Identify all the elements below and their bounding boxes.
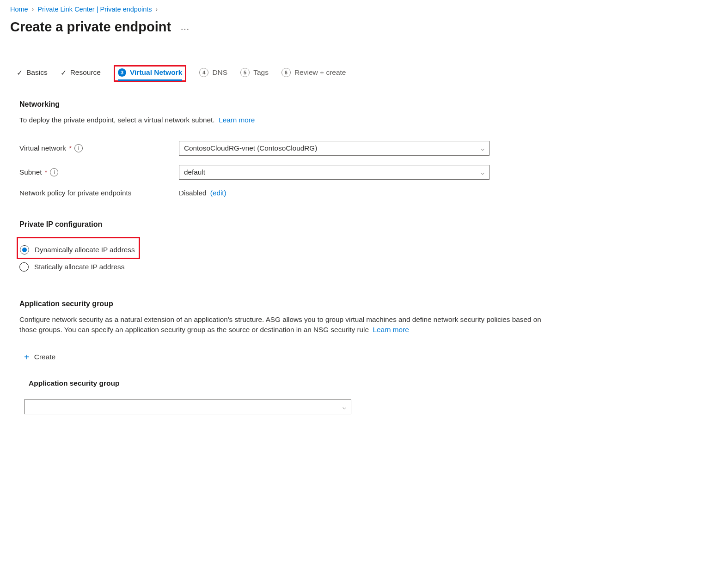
tab-dns[interactable]: 4 DNS	[199, 68, 227, 81]
asg-description: Configure network security as a natural …	[19, 315, 546, 335]
tab-label: Basics	[26, 68, 48, 77]
tab-label: Resource	[70, 68, 101, 77]
network-policy-edit-link[interactable]: (edit)	[210, 189, 226, 197]
check-icon: ✓	[17, 68, 23, 77]
networking-learn-more-link[interactable]: Learn more	[219, 116, 255, 124]
asg-column-header: Application security group	[29, 379, 546, 387]
create-asg-label: Create	[34, 353, 56, 361]
info-icon[interactable]: i	[74, 144, 83, 152]
step-number-badge: 4	[199, 68, 208, 77]
step-number-badge: 6	[281, 68, 291, 77]
networking-description: To deploy the private endpoint, select a…	[19, 115, 546, 125]
tab-review-create[interactable]: 6 Review + create	[281, 68, 346, 81]
check-icon: ✓	[61, 68, 67, 77]
tab-basics[interactable]: ✓ Basics	[17, 68, 48, 81]
virtual-network-label: Virtual network	[19, 144, 66, 152]
asg-learn-more-link[interactable]: Learn more	[373, 326, 409, 333]
plus-icon: +	[24, 352, 30, 363]
chevron-down-icon: ⌵	[343, 403, 346, 411]
tab-resource[interactable]: ✓ Resource	[61, 68, 101, 81]
required-indicator: *	[44, 168, 47, 176]
highlight-annotation: 3 Virtual Network	[114, 65, 186, 82]
page-title: Create a private endpoint	[10, 19, 171, 35]
highlight-annotation: Dynamically allocate IP address	[17, 237, 140, 259]
chevron-down-icon: ⌵	[481, 169, 484, 176]
more-actions-icon[interactable]: …	[180, 22, 190, 32]
dynamic-ip-radio[interactable]: Dynamically allocate IP address	[20, 244, 135, 256]
step-number-badge: 3	[118, 68, 126, 77]
static-ip-radio[interactable]: Statically allocate IP address	[19, 261, 546, 273]
breadcrumb-home[interactable]: Home	[10, 6, 28, 13]
tab-tags[interactable]: 5 Tags	[240, 68, 269, 81]
radio-icon	[20, 245, 29, 254]
tab-virtual-network[interactable]: 3 Virtual Network	[118, 68, 182, 80]
section-private-ip-heading: Private IP configuration	[19, 220, 546, 229]
chevron-down-icon: ⌵	[481, 145, 484, 152]
subnet-label: Subnet	[19, 168, 42, 176]
tab-label: Virtual Network	[130, 68, 182, 77]
tab-label: Tags	[253, 68, 269, 77]
tab-label: Review + create	[294, 68, 346, 77]
radio-icon	[19, 262, 29, 272]
network-policy-value: Disabled	[179, 189, 207, 197]
chevron-right-icon: ›	[155, 6, 159, 13]
step-tabs: ✓ Basics ✓ Resource 3 Virtual Network 4 …	[17, 67, 728, 82]
asg-select[interactable]: ⌵	[24, 400, 351, 414]
section-asg-heading: Application security group	[19, 300, 546, 308]
create-asg-button[interactable]: + Create	[24, 352, 546, 363]
virtual-network-select[interactable]: ContosoCloudRG-vnet (ContosoCloudRG) ⌵	[179, 141, 489, 156]
breadcrumb-private-link-center[interactable]: Private Link Center | Private endpoints	[37, 6, 152, 13]
radio-label: Statically allocate IP address	[34, 263, 124, 271]
subnet-select[interactable]: default ⌵	[179, 165, 489, 180]
info-icon[interactable]: i	[50, 168, 58, 176]
tab-label: DNS	[212, 68, 227, 77]
step-number-badge: 5	[240, 68, 250, 77]
chevron-right-icon: ›	[31, 6, 35, 13]
radio-label: Dynamically allocate IP address	[35, 246, 135, 254]
virtual-network-value: ContosoCloudRG-vnet (ContosoCloudRG)	[184, 144, 317, 152]
subnet-value: default	[184, 168, 205, 176]
required-indicator: *	[69, 144, 72, 152]
breadcrumb: Home › Private Link Center | Private end…	[10, 6, 728, 13]
network-policy-label: Network policy for private endpoints	[19, 189, 131, 197]
section-networking-heading: Networking	[19, 100, 546, 109]
